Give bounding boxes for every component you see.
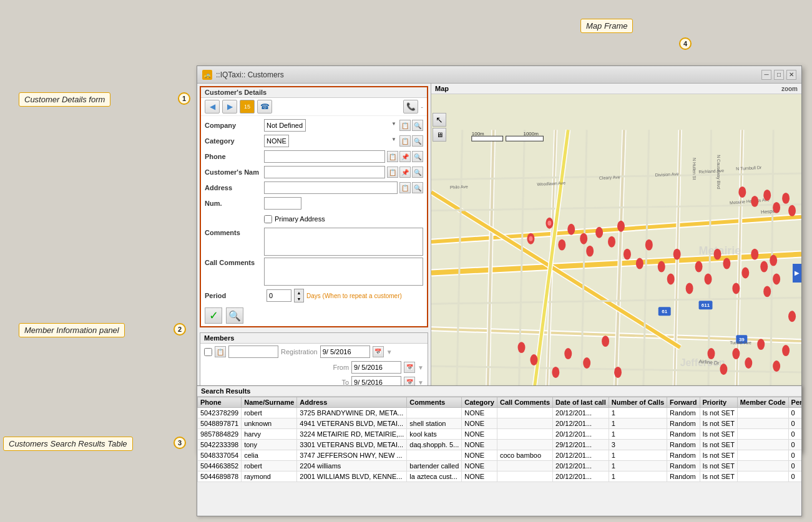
cell-date-last-call: 20/12/201... [553, 429, 609, 440]
svg-point-80 [564, 348, 572, 359]
name-icon1[interactable]: 📋 [387, 167, 398, 178]
map-pin [745, 357, 752, 369]
svg-text:N Hullen St: N Hullen St [692, 158, 697, 180]
address-row: Address 📋 🔍 [205, 181, 423, 195]
map-computer-btn[interactable]: 🖥 [433, 128, 446, 142]
search-btn[interactable]: 🔍 [226, 307, 243, 324]
category-copy-btn[interactable]: 📋 [399, 135, 411, 147]
call-comments-textarea[interactable] [264, 258, 423, 286]
back-button[interactable]: ◀ [205, 100, 220, 114]
table-row[interactable]: 5044689878 raymond 2001 WILLIAMS BLVD, K… [198, 471, 802, 482]
num-input[interactable] [264, 197, 301, 210]
map-pin [580, 233, 587, 244]
map-pin [608, 236, 615, 248]
phone-action-btn[interactable]: 📞 [403, 100, 418, 114]
member-name-field[interactable] [228, 346, 278, 358]
reg-date-calendar-btn[interactable]: 📅 [373, 346, 384, 357]
map-frame-annotation: Map Frame [580, 19, 633, 33]
map-pin [564, 348, 572, 359]
cell-name: celia [242, 450, 297, 461]
customer-name-input[interactable] [264, 166, 385, 178]
map-pin [782, 193, 790, 204]
map-pin [558, 239, 565, 251]
address-icon2[interactable]: 🔍 [412, 182, 423, 193]
table-row[interactable]: 5048337054 celia 3747 JEFFERSON HWY, NEW… [198, 450, 802, 461]
svg-point-61 [645, 239, 653, 251]
category-search-btn[interactable]: 🔍 [412, 135, 423, 147]
cell-name: tony [242, 440, 297, 450]
svg-point-55 [586, 246, 594, 257]
members-header: Members [200, 333, 428, 344]
period-input[interactable] [267, 289, 291, 302]
table-row[interactable]: 5042233398 tony 3301 VETERANS BLVD, META… [198, 440, 802, 450]
name-icon2[interactable]: 📌 [399, 167, 411, 178]
phone-icon1[interactable]: 📋 [387, 151, 398, 162]
svg-point-57 [608, 236, 615, 248]
close-button[interactable]: ✕ [786, 70, 796, 80]
cell-category: NONE [462, 408, 497, 418]
col-comments: Comments [407, 397, 462, 408]
period-down-btn[interactable]: ▼ [295, 296, 303, 302]
period-up-btn[interactable]: ▲ [295, 289, 303, 296]
map-pin [552, 367, 559, 378]
number-btn[interactable]: 15 [240, 100, 255, 114]
svg-point-91 [788, 311, 796, 322]
company-copy-btn[interactable]: 📋 [399, 120, 411, 131]
save-check-btn[interactable]: ✓ [205, 307, 222, 324]
comments-textarea[interactable] [264, 228, 423, 256]
map-expand-arrow[interactable]: ▶ [793, 264, 801, 283]
member-icon-btn[interactable]: 📋 [215, 346, 226, 357]
minimize-button[interactable]: ─ [761, 70, 771, 80]
customer-details-toolbar: ◀ ▶ 15 ☎ 📞 - [201, 98, 427, 116]
table-row[interactable]: 9857884829 harvy 3224 METAIRIE RD, METAI… [198, 429, 802, 440]
map-pin [586, 246, 594, 257]
name-icon3[interactable]: 🔍 [412, 167, 423, 178]
svg-text:N Causeway Blvd: N Causeway Blvd [716, 155, 721, 189]
member-checkbox[interactable] [204, 348, 212, 356]
company-dropdown[interactable]: Not Defined [264, 119, 306, 132]
table-row[interactable]: 5042378299 robert 3725 BRANDYWINE DR, ME… [198, 408, 802, 418]
map-cursor-btn[interactable]: ↖ [433, 113, 446, 127]
cell-address: 4941 VETERANS BLVD, METAI... [297, 418, 407, 429]
cell-category: NONE [462, 450, 497, 461]
primary-address-label: Primary Address [275, 215, 325, 223]
map-pin [732, 348, 740, 359]
phone-icon2[interactable]: 📌 [399, 151, 411, 162]
primary-address-checkbox[interactable] [264, 215, 272, 223]
company-search-btn[interactable]: 🔍 [412, 120, 423, 131]
col-category: Category [462, 397, 497, 408]
cell-member-code [737, 450, 788, 461]
results-table-wrapper[interactable]: Phone Name/Surname Address Comments Cate… [197, 397, 801, 514]
cell-date-last-call: 29/12/201... [553, 440, 609, 450]
cell-num-calls: 1 [609, 471, 667, 482]
svg-point-65 [686, 283, 693, 294]
forward-button[interactable]: ▶ [222, 100, 237, 114]
cell-comments: bartender called [407, 461, 462, 471]
from-date-calendar-btn[interactable]: 📅 [404, 362, 415, 373]
svg-text:611: 611 [702, 302, 710, 308]
address-input[interactable] [264, 181, 398, 194]
phone-input[interactable] [264, 150, 385, 163]
from-date-field[interactable] [351, 361, 401, 374]
category-icons: 📋 🔍 [399, 135, 423, 147]
map-header: Map zoom [431, 84, 801, 94]
cell-priority: Is not SET [700, 450, 737, 461]
search-results-section: Search Results Phone Name/Surname Addres… [197, 385, 802, 516]
map-pin [636, 258, 643, 269]
category-dropdown[interactable]: NONE [264, 135, 289, 147]
cell-address: 3747 JEFFERSON HWY, NEW ... [297, 450, 407, 461]
svg-point-52 [558, 239, 565, 251]
period-row: Period ▲ ▼ Days (When to repeat a custom… [205, 289, 423, 302]
phone-btn[interactable]: ☎ [257, 100, 272, 114]
svg-point-94 [763, 190, 771, 201]
registration-date-field[interactable] [320, 346, 370, 358]
phone-icon3[interactable]: 🔍 [412, 151, 423, 162]
svg-point-63 [667, 273, 675, 284]
svg-point-88 [757, 339, 765, 350]
maximize-button[interactable]: □ [774, 70, 784, 80]
cell-period: 0 [788, 408, 801, 418]
cell-member-code [737, 440, 788, 450]
table-row[interactable]: 5044663852 robert 2204 williams bartende… [198, 461, 802, 471]
address-icon1[interactable]: 📋 [399, 182, 411, 193]
table-row[interactable]: 5048897871 unknown 4941 VETERANS BLVD, M… [198, 418, 802, 429]
